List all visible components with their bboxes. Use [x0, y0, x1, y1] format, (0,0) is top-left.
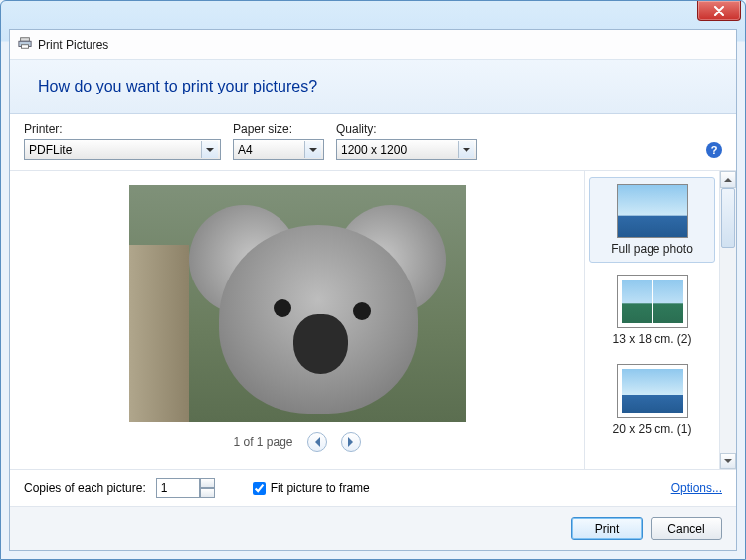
titlebar: [1, 1, 745, 29]
fit-to-frame-label: Fit picture to frame: [271, 481, 370, 495]
banner: How do you want to print your pictures?: [10, 60, 736, 114]
layout-thumb: [617, 275, 688, 328]
help-icon[interactable]: ?: [706, 142, 722, 158]
svg-rect-0: [21, 38, 30, 42]
options-row: Copies of each picture: Fit picture to f…: [10, 470, 736, 507]
scroll-track[interactable]: [720, 188, 736, 453]
printer-label: Printer:: [24, 122, 221, 136]
options-link[interactable]: Options...: [671, 481, 722, 495]
layout-thumb: [617, 184, 688, 238]
scroll-down-button[interactable]: [720, 453, 736, 469]
layout-label: Full page photo: [611, 242, 693, 256]
page-status: 1 of 1 page: [233, 435, 292, 449]
scroll-thumb[interactable]: [721, 188, 735, 248]
printer-combo[interactable]: PDFLite: [24, 139, 221, 160]
layout-label: 13 x 18 cm. (2): [612, 332, 691, 346]
main-area: 1 of 1 page Full page photo 13 x 18 cm. …: [10, 171, 736, 470]
printer-value: PDFLite: [29, 143, 72, 157]
quality-combo[interactable]: 1200 x 1200: [336, 139, 477, 160]
print-pictures-dialog: Print Pictures How do you want to print …: [0, 0, 746, 560]
preview-pane: 1 of 1 page: [10, 171, 584, 469]
layout-scrollbar: [719, 171, 736, 469]
layout-13x18[interactable]: 13 x 18 cm. (2): [589, 269, 715, 352]
header-row: Print Pictures: [10, 30, 736, 60]
cancel-button[interactable]: Cancel: [651, 517, 722, 540]
copies-up-button[interactable]: [200, 478, 215, 488]
next-page-button[interactable]: [341, 432, 361, 452]
close-button[interactable]: [697, 1, 741, 21]
dialog-title: Print Pictures: [38, 38, 108, 52]
paper-size-combo[interactable]: A4: [233, 139, 324, 160]
copies-spinner: [156, 478, 215, 498]
chevron-down-icon: [458, 141, 474, 158]
print-button[interactable]: Print: [571, 517, 643, 540]
copies-input[interactable]: [156, 478, 200, 498]
layout-picker: Full page photo 13 x 18 cm. (2) 20 x 25 …: [584, 171, 719, 469]
fit-to-frame-checkbox[interactable]: [253, 482, 266, 495]
prev-page-button[interactable]: [307, 432, 327, 452]
copies-down-button[interactable]: [200, 488, 215, 498]
preview-image: [129, 185, 466, 422]
dialog-buttons: Print Cancel: [10, 507, 736, 550]
print-settings-row: Printer: PDFLite Paper size: A4 Quality:…: [10, 114, 736, 171]
svg-rect-2: [22, 45, 29, 49]
copies-label: Copies of each picture:: [24, 481, 146, 495]
quality-label: Quality:: [336, 122, 477, 136]
printer-icon: [18, 36, 32, 53]
chevron-down-icon: [201, 141, 218, 158]
pager: 1 of 1 page: [233, 432, 360, 452]
banner-heading: How do you want to print your pictures?: [38, 78, 708, 95]
layout-20x25[interactable]: 20 x 25 cm. (1): [589, 358, 715, 442]
paper-size-value: A4: [238, 143, 253, 157]
paper-size-label: Paper size:: [233, 122, 324, 136]
fit-to-frame[interactable]: Fit picture to frame: [253, 481, 370, 495]
dialog-body: Print Pictures How do you want to print …: [9, 29, 737, 551]
quality-value: 1200 x 1200: [341, 143, 407, 157]
chevron-down-icon: [304, 141, 321, 158]
layout-full-page[interactable]: Full page photo: [589, 177, 715, 263]
layout-label: 20 x 25 cm. (1): [612, 422, 691, 436]
layout-thumb: [617, 364, 688, 418]
scroll-up-button[interactable]: [720, 171, 736, 188]
